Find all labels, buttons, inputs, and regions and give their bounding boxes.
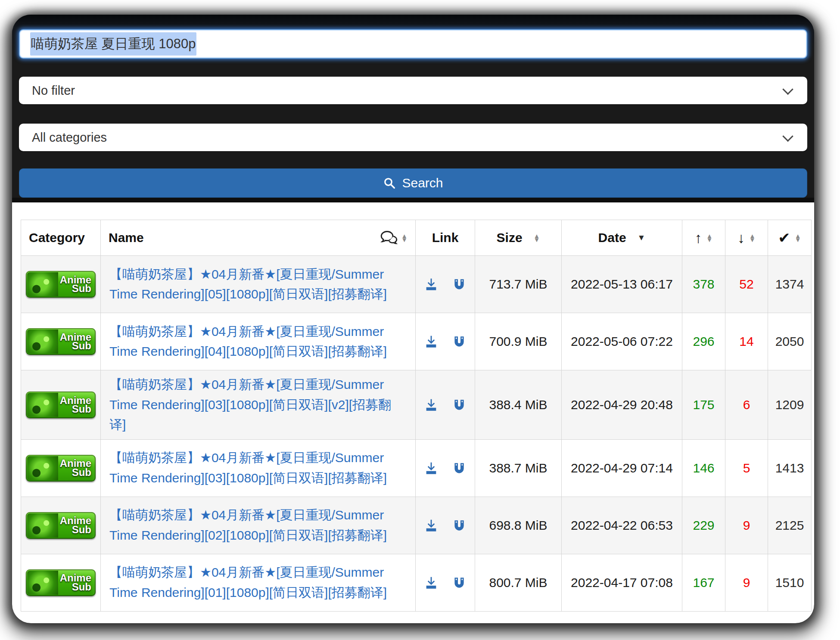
torrent-name-link[interactable]: 【喵萌奶茶屋】★04月新番★[夏日重现/Summer Time Renderin…: [109, 377, 391, 432]
category-cell: AnimeSub: [21, 370, 101, 440]
magnet-icon[interactable]: [452, 398, 467, 413]
link-cell: [416, 497, 475, 554]
header-completed[interactable]: ✔ ▲▼: [768, 220, 812, 256]
search-input[interactable]: 喵萌奶茶屋 夏日重现 1080p: [19, 29, 807, 59]
header-category[interactable]: Category: [21, 220, 101, 256]
anime-face-image: [27, 393, 58, 417]
magnet-icon[interactable]: [452, 277, 467, 292]
check-icon: ✔: [778, 229, 790, 246]
comments-icon: [380, 230, 398, 245]
leechers-cell: 52: [725, 256, 768, 313]
magnet-icon[interactable]: [452, 576, 467, 590]
size-cell: 800.7 MiB: [475, 554, 562, 611]
torrent-name-link[interactable]: 【喵萌奶茶屋】★04月新番★[夏日重现/Summer Time Renderin…: [109, 565, 387, 600]
magnet-icon[interactable]: [452, 335, 467, 349]
date-cell: 2022-05-13 06:17: [562, 256, 682, 313]
category-cell: AnimeSub: [21, 313, 101, 370]
sort-icon: ▲▼: [706, 234, 713, 242]
anime-face-image: [27, 513, 58, 537]
header-leechers[interactable]: ↓ ▲▼: [725, 220, 768, 256]
name-cell: 【喵萌奶茶屋】★04月新番★[夏日重现/Summer Time Renderin…: [101, 256, 416, 313]
table-row: AnimeSub 【喵萌奶茶屋】★04月新番★[夏日重现/Summer Time…: [21, 554, 812, 611]
date-cell: 2022-04-29 07:14: [562, 439, 682, 497]
category-badge-anime-sub[interactable]: AnimeSub: [26, 455, 96, 482]
date-cell: 2022-04-17 07:08: [562, 554, 682, 611]
header-name[interactable]: Name ▲▼: [101, 220, 416, 256]
sort-icon: ▲▼: [534, 234, 540, 242]
category-badge-anime-sub[interactable]: AnimeSub: [26, 569, 96, 596]
chevron-down-icon: [782, 131, 793, 142]
category-cell: AnimeSub: [21, 497, 101, 554]
completed-cell: 1374: [768, 256, 812, 313]
category-cell: AnimeSub: [21, 554, 101, 611]
category-badge-anime-sub[interactable]: AnimeSub: [26, 391, 96, 418]
leechers-cell: 5: [725, 439, 768, 497]
name-cell: 【喵萌奶茶屋】★04月新番★[夏日重现/Summer Time Renderin…: [101, 313, 416, 370]
table-row: AnimeSub 【喵萌奶茶屋】★04月新番★[夏日重现/Summer Time…: [21, 370, 812, 440]
completed-cell: 1510: [768, 554, 812, 611]
category-cell: AnimeSub: [21, 439, 101, 497]
download-icon[interactable]: [424, 398, 439, 413]
search-query-selected-text: 喵萌奶茶屋 夏日重现 1080p: [30, 32, 196, 56]
header-seeders[interactable]: ↑ ▲▼: [682, 220, 725, 256]
download-icon[interactable]: [424, 576, 439, 590]
browser-page: 喵萌奶茶屋 夏日重现 1080p No filter All categorie…: [12, 15, 814, 623]
name-cell: 【喵萌奶茶屋】★04月新番★[夏日重现/Summer Time Renderin…: [101, 439, 416, 497]
header-date[interactable]: Date ▼: [562, 220, 682, 256]
torrent-name-link[interactable]: 【喵萌奶茶屋】★04月新番★[夏日重现/Summer Time Renderin…: [109, 267, 387, 301]
category-select[interactable]: All categories: [19, 124, 807, 151]
torrent-name-link[interactable]: 【喵萌奶茶屋】★04月新番★[夏日重现/Summer Time Renderin…: [109, 450, 387, 485]
search-panel: 喵萌奶茶屋 夏日重现 1080p No filter All categorie…: [12, 15, 814, 198]
date-cell: 2022-04-22 06:53: [562, 497, 682, 554]
category-badge-anime-sub[interactable]: AnimeSub: [26, 512, 96, 539]
leechers-cell: 14: [725, 313, 768, 370]
up-arrow-icon: ↑: [695, 230, 702, 246]
table-row: AnimeSub 【喵萌奶茶屋】★04月新番★[夏日重现/Summer Time…: [21, 439, 812, 497]
size-cell: 388.4 MiB: [475, 370, 562, 440]
link-cell: [416, 256, 475, 313]
search-button-label: Search: [402, 176, 443, 190]
date-cell: 2022-04-29 20:48: [562, 370, 682, 440]
name-cell: 【喵萌奶茶屋】★04月新番★[夏日重现/Summer Time Renderin…: [101, 554, 416, 611]
seeders-cell: 296: [682, 313, 725, 370]
table-row: AnimeSub 【喵萌奶茶屋】★04月新番★[夏日重现/Summer Time…: [21, 497, 812, 554]
size-cell: 388.7 MiB: [475, 439, 562, 497]
link-cell: [416, 554, 475, 611]
download-icon[interactable]: [424, 335, 439, 349]
seeders-cell: 167: [682, 554, 725, 611]
magnet-icon[interactable]: [452, 519, 467, 533]
torrent-name-link[interactable]: 【喵萌奶茶屋】★04月新番★[夏日重现/Summer Time Renderin…: [109, 324, 387, 359]
magnet-icon[interactable]: [452, 461, 467, 476]
search-button[interactable]: Search: [19, 168, 807, 198]
link-cell: [416, 370, 475, 440]
table-header-row: Category Name ▲▼: [21, 220, 812, 256]
anime-face-image: [27, 456, 58, 480]
sort-icon: ▲▼: [401, 234, 408, 242]
anime-face-image: [27, 571, 58, 595]
leechers-cell: 9: [725, 554, 768, 611]
download-icon[interactable]: [424, 277, 439, 292]
results-summary: Displaying results 1-6 out of 6 results.: [19, 612, 807, 624]
seeders-cell: 146: [682, 439, 725, 497]
search-icon: [383, 177, 396, 190]
sort-icon: ▲▼: [749, 234, 756, 242]
anime-face-image: [27, 272, 58, 296]
header-link: Link: [416, 220, 475, 256]
download-icon[interactable]: [424, 519, 439, 533]
seeders-cell: 378: [682, 256, 725, 313]
name-cell: 【喵萌奶茶屋】★04月新番★[夏日重现/Summer Time Renderin…: [101, 497, 416, 554]
results-area: Category Name ▲▼: [12, 202, 814, 623]
sorted-descending-icon: ▼: [638, 233, 646, 242]
link-cell: [416, 439, 475, 497]
down-arrow-icon: ↓: [737, 230, 745, 246]
category-badge-anime-sub[interactable]: AnimeSub: [26, 271, 96, 298]
download-icon[interactable]: [424, 461, 439, 476]
chevron-down-icon: [782, 84, 793, 95]
results-table: Category Name ▲▼: [21, 220, 812, 612]
category-badge-anime-sub[interactable]: AnimeSub: [26, 328, 96, 355]
filter-select[interactable]: No filter: [19, 77, 807, 104]
header-size[interactable]: Size ▲▼: [475, 220, 562, 256]
torrent-name-link[interactable]: 【喵萌奶茶屋】★04月新番★[夏日重现/Summer Time Renderin…: [109, 508, 387, 542]
size-cell: 713.7 MiB: [475, 256, 562, 313]
completed-cell: 2050: [768, 313, 812, 370]
